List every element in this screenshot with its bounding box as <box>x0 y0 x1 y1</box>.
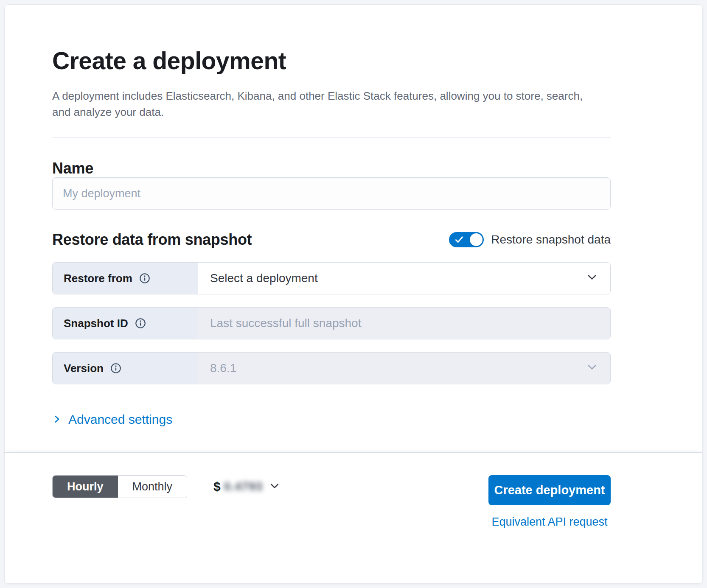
chevron-down-icon <box>586 361 598 376</box>
billing-hourly-button[interactable]: Hourly <box>53 476 118 498</box>
restore-snapshot-toggle[interactable] <box>449 232 484 247</box>
snapshot-id-label-cell: Snapshot ID <box>53 308 198 339</box>
restore-from-row: Restore from Select a deployment <box>52 262 611 294</box>
restore-from-select-value: Select a deployment <box>210 272 318 285</box>
restore-from-label: Restore from <box>64 272 132 285</box>
info-icon[interactable] <box>110 363 121 374</box>
billing-interval-toggle: Hourly Monthly <box>52 475 187 498</box>
toggle-knob <box>470 233 483 246</box>
info-icon[interactable] <box>135 318 146 329</box>
version-row: Version 8.6.1 <box>52 352 611 384</box>
footer-actions: Create deployment Equivalent API request <box>488 475 611 529</box>
deployment-name-input[interactable] <box>52 177 611 210</box>
page-title: Create a deployment <box>52 47 611 75</box>
price-currency: $ <box>213 479 221 494</box>
price-value-masked: 0.4793 <box>224 480 263 493</box>
restore-from-select[interactable]: Select a deployment <box>198 263 610 294</box>
snapshot-id-row: Snapshot ID Last successful full snapsho… <box>52 307 611 339</box>
snapshot-id-input: Last successful full snapshot <box>198 308 610 339</box>
page-subtitle: A deployment includes Elasticsearch, Kib… <box>52 88 591 120</box>
create-deployment-button[interactable]: Create deployment <box>488 475 611 505</box>
advanced-settings-link[interactable]: Advanced settings <box>52 412 172 427</box>
price-breakdown-toggle[interactable]: $ 0.4793 <box>213 475 281 498</box>
chevron-down-icon <box>586 271 598 286</box>
main-content: Create a deployment A deployment include… <box>5 5 702 452</box>
info-icon[interactable] <box>139 273 150 284</box>
chevron-right-icon <box>52 412 62 427</box>
restore-from-label-cell: Restore from <box>53 263 198 294</box>
name-section-heading: Name <box>52 160 611 177</box>
advanced-settings-label: Advanced settings <box>68 412 172 427</box>
version-select: 8.6.1 <box>198 353 610 384</box>
restore-toggle-group: Restore snapshot data <box>449 232 611 247</box>
bottom-bar: Hourly Monthly $ 0.4793 Create deploymen… <box>5 452 702 584</box>
restore-toggle-label: Restore snapshot data <box>491 233 611 246</box>
create-deployment-panel: Create a deployment A deployment include… <box>4 4 703 584</box>
version-label-cell: Version <box>53 353 198 384</box>
snapshot-id-placeholder: Last successful full snapshot <box>210 316 361 330</box>
header-divider <box>52 137 611 137</box>
billing-monthly-button[interactable]: Monthly <box>118 476 187 498</box>
check-icon <box>454 235 464 246</box>
restore-section-header: Restore data from snapshot Restore snaps… <box>52 231 611 249</box>
restore-section-heading: Restore data from snapshot <box>52 231 252 249</box>
chevron-down-icon <box>269 480 281 493</box>
version-label: Version <box>64 362 104 375</box>
equivalent-api-request-link[interactable]: Equivalent API request <box>491 515 607 529</box>
version-select-value: 8.6.1 <box>210 361 236 375</box>
snapshot-id-label: Snapshot ID <box>64 317 128 330</box>
